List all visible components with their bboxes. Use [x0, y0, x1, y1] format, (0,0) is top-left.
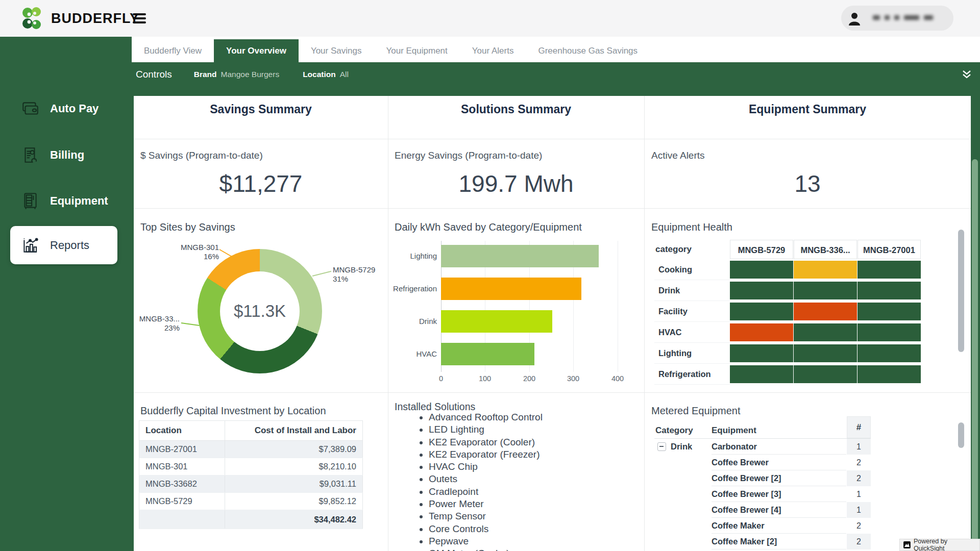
vending-machine-icon [20, 191, 40, 211]
location-filter-value[interactable]: All [340, 70, 349, 79]
list-item: Advanced Rooftop Control [429, 411, 543, 423]
count-cell: 2 [847, 470, 871, 486]
heatmap-row-label: Cooking [654, 259, 730, 280]
bar-category-label: HVAC [388, 343, 437, 365]
heatmap-cell [794, 365, 857, 383]
table-row: MNGB-33682 $9,031.11 [139, 475, 363, 493]
column-header: Category [655, 422, 693, 438]
collapse-minus-icon[interactable] [657, 442, 666, 451]
x-tick: 0 [426, 374, 456, 383]
heatmap-row-header: category [655, 240, 692, 259]
sidebar-item-reports[interactable]: Reports [10, 226, 117, 264]
heatmap-cell [857, 323, 921, 341]
donut-callout-mngb-5729: MNGB-5729 31% [333, 265, 394, 284]
heatmap-cell [857, 282, 921, 299]
savings-summary-title: Savings Summary [134, 103, 388, 116]
donut-leader-line [312, 271, 331, 277]
list-item: Cradlepoint [429, 486, 543, 498]
heatmap-cell [730, 344, 793, 362]
heatmap-cell [857, 365, 921, 383]
equipment-health-scrollbar[interactable] [958, 230, 964, 352]
bar-row-lighting: Lighting [388, 245, 644, 267]
heatmap-cell [730, 365, 793, 383]
savings-kpi-label: $ Savings (Program-to-date) [140, 150, 263, 161]
quicksight-badge[interactable]: Powered by QuickSight [899, 539, 980, 551]
count-cell: 1 [847, 502, 871, 518]
list-item: Core Controls [429, 523, 543, 535]
donut-callout-mngb-301: MNGB-301 16% [162, 243, 219, 261]
table-header-row: Location Cost of Install and Labor [139, 421, 363, 441]
x-tick: 200 [514, 374, 545, 383]
chevron-double-down-icon[interactable] [961, 68, 973, 81]
list-item: LED Lighting [429, 423, 543, 436]
user-icon [848, 12, 861, 26]
budderfly-logo [22, 6, 41, 30]
equipment-summary-title: Equipment Summary [644, 103, 971, 116]
table-total-row: $34,482.42 [139, 510, 363, 529]
sidebar-item-auto-pay[interactable]: Auto Pay [0, 93, 132, 124]
heatmap-cell [794, 303, 857, 320]
list-item: Power Meter [429, 498, 543, 510]
list-item: QM Meter (Cooler) [429, 547, 543, 551]
tab-your-overview[interactable]: Your Overview [214, 39, 299, 62]
metered-equipment-scrollbar[interactable] [958, 422, 964, 448]
alerts-kpi-label: Active Alerts [651, 150, 705, 161]
tab-your-alerts[interactable]: Your Alerts [460, 39, 526, 62]
equipment-cell: Coffee Brewer [4] [712, 502, 846, 518]
heatmap-cell [794, 261, 857, 279]
sidebar-item-billing[interactable]: Billing [0, 140, 132, 170]
bar[interactable] [441, 278, 581, 300]
heatmap-cell [794, 323, 857, 341]
bar[interactable] [441, 310, 552, 333]
location-filter-label: Location [303, 70, 336, 79]
donut-leader-line [219, 249, 235, 259]
heatmap-column-header: MNGB-5729 [730, 240, 793, 259]
list-item: Pepwave [429, 535, 543, 547]
heatmap-cell [857, 261, 921, 279]
tab-your-equipment[interactable]: Your Equipment [374, 39, 459, 62]
bar-row-drink: Drink [388, 310, 644, 333]
controls-title: Controls [136, 69, 172, 80]
heatmap-cell [857, 344, 921, 362]
capital-table-title: Budderfly Capital Investment by Location [140, 405, 326, 417]
user-name-redacted [873, 15, 933, 20]
invoice-icon [20, 145, 40, 165]
user-chip[interactable] [841, 6, 953, 31]
dashboard-panel: Savings Summary Solutions Summary Equipm… [134, 96, 971, 551]
tab-your-savings[interactable]: Your Savings [299, 39, 374, 62]
heatmap-title: Equipment Health [651, 221, 732, 233]
heatmap-cell [794, 282, 857, 299]
sidebar-item-equipment[interactable]: Equipment [0, 186, 132, 216]
row-divider [134, 392, 971, 393]
menu-icon[interactable] [133, 13, 146, 23]
tab-greenhouse-gas-savings[interactable]: Greenhouse Gas Savings [526, 39, 650, 62]
page-scrollbar[interactable] [972, 159, 978, 549]
list-item: KE2 Evaporator (Freezer) [429, 448, 543, 461]
tab-budderfly-view[interactable]: Budderfly View [132, 39, 214, 62]
column-header: Equipment [712, 422, 756, 438]
bar[interactable] [441, 343, 534, 365]
equipment-cell: Carbonator [712, 439, 846, 455]
list-item: Temp Sensor [429, 510, 543, 522]
quicksight-label: Powered by QuickSight [914, 538, 979, 551]
row-divider [134, 139, 971, 139]
x-tick: 300 [558, 374, 589, 383]
heatmap-row-label: HVAC [654, 322, 730, 343]
solutions-kpi-value: 199.7 Mwh [388, 170, 644, 197]
capital-investment-table: Location Cost of Install and Labor MNGB-… [139, 420, 363, 529]
donut-chart-title: Top Sites by Savings [140, 221, 235, 233]
heatmap-cell [857, 303, 921, 320]
solutions-kpi-label: Energy Savings (Program-to-date) [395, 150, 542, 161]
sidebar: Auto Pay Billing [0, 37, 132, 551]
metered-equipment-title: Metered Equipment [651, 405, 741, 417]
app-header: BUDDERFLY [0, 0, 980, 37]
count-cell: 2 [847, 518, 871, 534]
heatmap-cell [730, 261, 793, 279]
brand-filter-value[interactable]: Mangoe Burgers [221, 70, 280, 79]
controls-bar: Controls Brand Mangoe Burgers Location A… [132, 62, 980, 87]
bar[interactable] [441, 245, 599, 267]
bar-category-label: Refrigeration [388, 278, 437, 300]
x-tick: 400 [602, 374, 633, 383]
heatmap-cell [794, 344, 857, 362]
donut-chart[interactable]: $11.3K [198, 249, 322, 373]
